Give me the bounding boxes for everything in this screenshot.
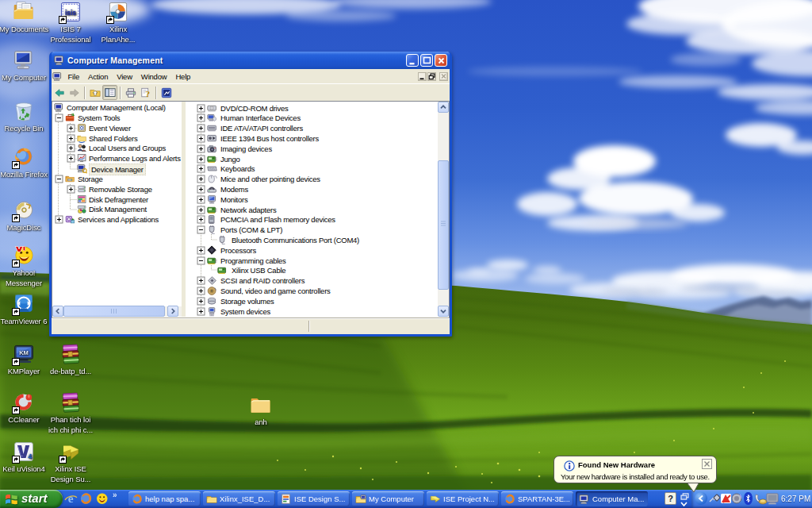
svg-text:KM: KM — [19, 349, 29, 356]
svg-text:4: 4 — [29, 452, 33, 460]
svg-text:isis: isis — [65, 9, 76, 17]
svg-text:e: e — [68, 492, 74, 505]
svg-text:?: ? — [145, 88, 150, 98]
